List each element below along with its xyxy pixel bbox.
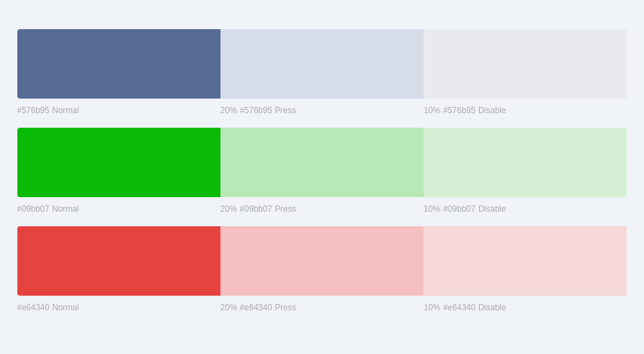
hex-green-press: #09bb07: [240, 204, 272, 214]
swatch-green-press: [220, 128, 424, 197]
label-group-blue-normal: #576b95 Normal: [17, 106, 220, 115]
swatch-red-disable: [424, 226, 627, 296]
hex-red-normal: #e64340: [17, 303, 50, 312]
pct-green-disable: 10%: [424, 204, 440, 214]
state-blue-normal: Normal: [52, 106, 79, 115]
swatch-blue-disable: [424, 29, 627, 99]
label-group-green-press: 20% #09bb07 Press: [220, 204, 424, 214]
swatches-red: [17, 226, 627, 296]
color-row-blue: #576b95 Normal 20% #576b95 Press 10% #57…: [17, 29, 627, 115]
label-group-red-disable: 10% #e64340 Disable: [424, 303, 627, 312]
swatch-red-normal: [17, 226, 220, 296]
hex-blue-normal: #576b95: [17, 106, 50, 115]
hex-blue-disable: #576b95: [443, 106, 476, 115]
label-group-green-normal: #09bb07 Normal: [17, 204, 220, 214]
hex-green-normal: #09bb07: [17, 204, 50, 214]
color-row-green: #09bb07 Normal 20% #09bb07 Press 10% #09…: [17, 128, 627, 214]
hex-red-press: #e64340: [240, 303, 272, 312]
labels-red: #e64340 Normal 20% #e64340 Press 10% #e6…: [17, 303, 627, 312]
pct-blue-disable: 10%: [424, 106, 440, 115]
state-green-disable: Disable: [478, 204, 506, 214]
swatches-blue: [17, 29, 627, 99]
state-green-press: Press: [275, 204, 297, 214]
label-group-red-normal: #e64340 Normal: [17, 303, 220, 312]
hex-green-disable: #09bb07: [443, 204, 476, 214]
state-red-normal: Normal: [52, 303, 79, 312]
labels-blue: #576b95 Normal 20% #576b95 Press 10% #57…: [17, 106, 627, 115]
swatch-red-press: [220, 226, 424, 296]
state-red-disable: Disable: [478, 303, 506, 312]
label-group-green-disable: 10% #09bb07 Disable: [424, 204, 627, 214]
state-red-press: Press: [275, 303, 297, 312]
swatches-green: [17, 128, 627, 197]
swatch-green-normal: [17, 128, 220, 197]
pct-blue-press: 20%: [220, 106, 237, 115]
label-group-blue-press: 20% #576b95 Press: [220, 106, 424, 115]
state-blue-disable: Disable: [478, 106, 506, 115]
pct-red-disable: 10%: [424, 303, 440, 312]
state-green-normal: Normal: [52, 204, 79, 214]
hex-blue-press: #576b95: [240, 106, 272, 115]
label-group-blue-disable: 10% #576b95 Disable: [424, 106, 627, 115]
label-group-red-press: 20% #e64340 Press: [220, 303, 424, 312]
swatch-blue-press: [220, 29, 424, 99]
state-blue-press: Press: [275, 106, 297, 115]
labels-green: #09bb07 Normal 20% #09bb07 Press 10% #09…: [17, 204, 627, 214]
pct-red-press: 20%: [220, 303, 237, 312]
pct-green-press: 20%: [220, 204, 237, 214]
swatch-blue-normal: [17, 29, 220, 99]
color-palette-container: #576b95 Normal 20% #576b95 Press 10% #57…: [10, 15, 634, 339]
swatch-green-disable: [424, 128, 627, 197]
color-row-red: #e64340 Normal 20% #e64340 Press 10% #e6…: [17, 226, 627, 312]
hex-red-disable: #e64340: [443, 303, 476, 312]
